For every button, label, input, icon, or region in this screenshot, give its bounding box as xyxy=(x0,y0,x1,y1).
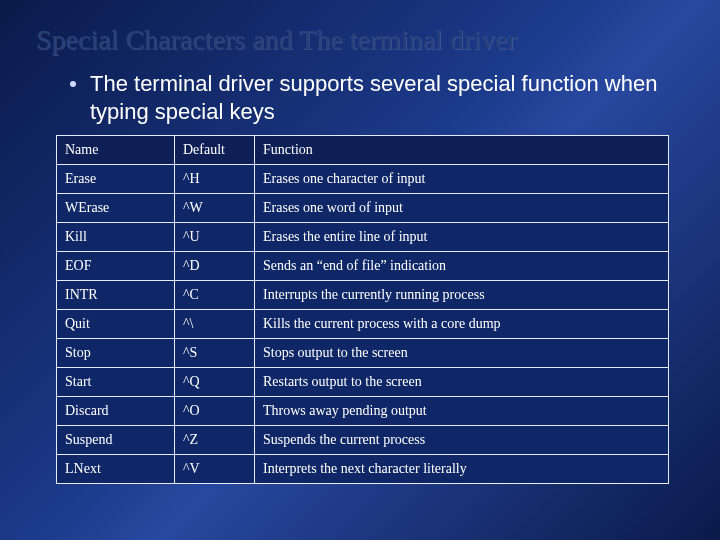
cell-default: ^V xyxy=(175,455,255,484)
table-row: Quit^\Kills the current process with a c… xyxy=(57,310,669,339)
cell-default: ^S xyxy=(175,339,255,368)
cell-function: Restarts output to the screen xyxy=(255,368,669,397)
cell-name: LNext xyxy=(57,455,175,484)
cell-default: ^O xyxy=(175,397,255,426)
cell-function: Erases one character of input xyxy=(255,165,669,194)
cell-function: Stops output to the screen xyxy=(255,339,669,368)
cell-name: EOF xyxy=(57,252,175,281)
table-row: Discard^OThrows away pending output xyxy=(57,397,669,426)
cell-default: ^U xyxy=(175,223,255,252)
cell-function: Sends an “end of file” indication xyxy=(255,252,669,281)
cell-function: Suspends the current process xyxy=(255,426,669,455)
table-row: Suspend^ZSuspends the current process xyxy=(57,426,669,455)
table-row: EOF^DSends an “end of file” indication xyxy=(57,252,669,281)
cell-name: Start xyxy=(57,368,175,397)
table-row: Start^QRestarts output to the screen xyxy=(57,368,669,397)
cell-name: Stop xyxy=(57,339,175,368)
cell-default: ^C xyxy=(175,281,255,310)
cell-function: Interrupts the currently running process xyxy=(255,281,669,310)
table-body: Erase^HErases one character of inputWEra… xyxy=(57,165,669,484)
table-row: Stop^SStops output to the screen xyxy=(57,339,669,368)
cell-function: Interprets the next character literally xyxy=(255,455,669,484)
cell-name: Discard xyxy=(57,397,175,426)
slide: Special Characters and The terminal driv… xyxy=(0,0,720,504)
cell-function: Erases the entire line of input xyxy=(255,223,669,252)
col-header-name: Name xyxy=(57,136,175,165)
cell-default: ^\ xyxy=(175,310,255,339)
cell-name: Kill xyxy=(57,223,175,252)
col-header-function: Function xyxy=(255,136,669,165)
bullet-item: The terminal driver supports several spe… xyxy=(70,70,684,125)
table-row: Kill^UErases the entire line of input xyxy=(57,223,669,252)
col-header-default: Default xyxy=(175,136,255,165)
cell-name: Erase xyxy=(57,165,175,194)
table-row: LNext^VInterprets the next character lit… xyxy=(57,455,669,484)
table-row: WErase^WErases one word of input xyxy=(57,194,669,223)
cell-name: INTR xyxy=(57,281,175,310)
slide-title: Special Characters and The terminal driv… xyxy=(36,24,684,56)
cell-default: ^Z xyxy=(175,426,255,455)
cell-name: WErase xyxy=(57,194,175,223)
table-header-row: Name Default Function xyxy=(57,136,669,165)
cell-function: Kills the current process with a core du… xyxy=(255,310,669,339)
cell-default: ^H xyxy=(175,165,255,194)
cell-name: Suspend xyxy=(57,426,175,455)
cell-default: ^Q xyxy=(175,368,255,397)
table-row: Erase^HErases one character of input xyxy=(57,165,669,194)
table-row: INTR^CInterrupts the currently running p… xyxy=(57,281,669,310)
cell-default: ^D xyxy=(175,252,255,281)
cell-function: Throws away pending output xyxy=(255,397,669,426)
bullet-text: The terminal driver supports several spe… xyxy=(90,70,684,125)
cell-default: ^W xyxy=(175,194,255,223)
bullet-icon xyxy=(70,81,76,87)
special-chars-table: Name Default Function Erase^HErases one … xyxy=(56,135,669,484)
cell-name: Quit xyxy=(57,310,175,339)
cell-function: Erases one word of input xyxy=(255,194,669,223)
